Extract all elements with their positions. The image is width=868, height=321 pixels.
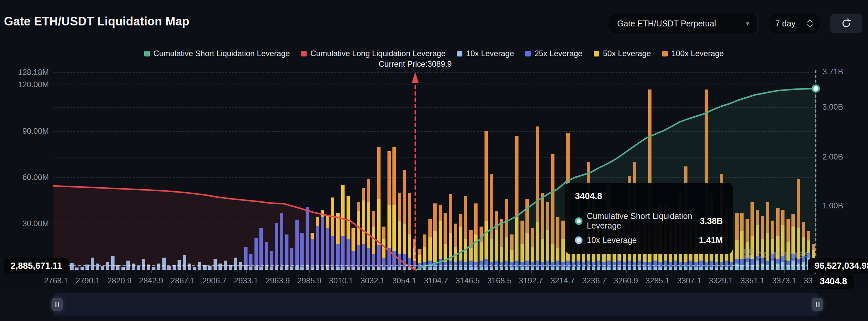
x-axis-tick [499, 270, 500, 273]
tooltip-title: 3404.8 [575, 191, 723, 201]
legend-item[interactable]: 100x Leverage [662, 49, 724, 58]
x-axis-tick-label: 3307.1 [677, 276, 701, 285]
chart-tooltip: 3404.8 Cumulative Short Liquidation Leve… [565, 183, 733, 254]
x-axis-tick-label: 3104.7 [424, 276, 448, 285]
tooltip-series-label: 10x Leverage [587, 235, 637, 245]
chevron-down-icon[interactable] [807, 24, 813, 28]
tooltip-series-label: Cumulative Short Liquidation Leverage [587, 211, 696, 231]
x-axis-tick-label: 3010.1 [329, 276, 353, 285]
y-axis-right-tick-label: 2.00B [823, 152, 843, 162]
y-axis-left-tick-label: 128.18M [3, 68, 49, 77]
x-axis-tick-label: 3329.1 [709, 276, 733, 285]
x-axis-tick-label: 3168.5 [487, 276, 511, 285]
tooltip-row: 10x Leverage1.41M [575, 235, 723, 245]
watermark: coinglass [743, 248, 811, 261]
datazoom-right-grip[interactable] [812, 298, 823, 311]
coinglass-logo-icon [743, 249, 753, 259]
x-axis-tick [373, 270, 373, 273]
short-line-end-marker [812, 85, 819, 92]
x-axis-tick [752, 270, 753, 273]
bottom-strip [0, 316, 868, 321]
legend-swatch-icon [457, 51, 462, 56]
legend-item[interactable]: 50x Leverage [594, 49, 651, 58]
x-axis-tick-label: 2933.1 [234, 276, 258, 285]
datazoom-slider[interactable] [0, 293, 868, 316]
x-axis-tick-label: 3260.9 [614, 276, 638, 285]
x-axis-tick-label: 3192.7 [519, 276, 543, 285]
x-axis-tick-label: 2768.1 [44, 276, 68, 285]
y-axis-left-tick-label: 120.00M [3, 80, 49, 89]
x-axis-tick [689, 270, 690, 273]
page-title: Gate ETH/USDT Liquidation Map [4, 14, 189, 28]
x-axis-tick-label: 2820.9 [107, 276, 131, 285]
x-axis-tick [594, 270, 595, 273]
x-axis-tick [404, 270, 405, 273]
x-axis-pointer-value: 3404.8 [813, 274, 854, 289]
x-axis-tick-label: 2985.9 [298, 276, 321, 285]
period-select-value: 7 day [775, 19, 796, 28]
x-axis-tick [246, 270, 247, 273]
chevron-up-icon[interactable] [807, 19, 813, 23]
liquidation-map-page: Gate ETH/USDT Liquidation Map Gate ETH/U… [0, 0, 868, 321]
legend-label: Cumulative Long Liquidation Leverage [310, 49, 445, 58]
legend-swatch-icon [144, 51, 150, 56]
legend-swatch-icon [594, 51, 599, 56]
legend-label: 25x Leverage [534, 49, 582, 58]
watermark-text: coinglass [756, 248, 811, 261]
x-axis-tick [784, 270, 785, 273]
x-axis-tick [563, 270, 563, 273]
datazoom-track[interactable] [54, 293, 817, 316]
legend-label: Cumulative Short Liquidation Leverage [153, 49, 290, 58]
tooltip-series-marker-icon [575, 236, 583, 244]
x-axis-tick-label: 3146.5 [456, 276, 479, 285]
legend-item[interactable]: Cumulative Short Liquidation Leverage [144, 49, 290, 58]
datazoom-left-grip[interactable] [52, 298, 63, 311]
x-axis-tick [436, 270, 437, 273]
x-axis-tick [151, 270, 152, 273]
tooltip-series-value: 1.41M [699, 235, 723, 245]
x-axis-tick [657, 270, 658, 273]
symbol-select[interactable]: Gate ETH/USDT Perpetual ▾ [609, 14, 757, 33]
legend-swatch-icon [525, 51, 531, 56]
symbol-select-value: Gate ETH/USDT Perpetual [617, 19, 716, 28]
x-axis-tick [468, 270, 468, 273]
legend-item[interactable]: Cumulative Long Liquidation Leverage [301, 49, 445, 58]
y-axis-left-tick-label: 30.00M [3, 219, 49, 228]
x-axis-tick [183, 270, 184, 273]
left-axis-pointer-value: 2,885,671.11 [4, 258, 69, 273]
y-axis-right-tick-label: 3.71B [823, 67, 843, 76]
refresh-icon [841, 18, 852, 29]
current-price-arrow-icon [411, 72, 419, 83]
chart-legend: Cumulative Short Liquidation LeverageCum… [0, 49, 868, 58]
x-axis-tick-label: 3054.1 [392, 276, 416, 285]
chevron-down-icon: ▾ [746, 20, 749, 27]
tooltip-series-marker-icon [575, 217, 583, 225]
x-axis-tick-label: 3236.7 [582, 276, 606, 285]
x-axis-tick [626, 270, 627, 273]
x-axis-tick-label: 3032.1 [361, 276, 384, 285]
y-axis-left-tick-label: 60.00M [3, 173, 49, 182]
legend-label: 100x Leverage [671, 49, 724, 58]
x-axis-tick [215, 270, 215, 273]
x-axis-tick [278, 270, 278, 273]
legend-swatch-icon [301, 51, 307, 56]
legend-item[interactable]: 10x Leverage [457, 49, 514, 58]
stepper-icons[interactable] [807, 19, 813, 28]
y-axis-left-tick-label: 90.00M [3, 126, 49, 136]
x-axis-tick-label: 3351.1 [740, 276, 764, 285]
refresh-button[interactable] [830, 14, 862, 33]
tooltip-row: Cumulative Short Liquidation Leverage3.3… [575, 211, 723, 231]
x-axis-tick [120, 270, 120, 273]
right-axis-pointer-value: 96,527,034.98 [808, 258, 868, 273]
legend-swatch-icon [662, 51, 668, 56]
current-price-label: Current Price:3089.9 [349, 59, 481, 69]
x-axis-tick [721, 270, 721, 273]
tooltip-series-value: 3.38B [700, 216, 723, 226]
period-select[interactable]: 7 day [769, 14, 819, 33]
legend-label: 50x Leverage [603, 49, 651, 58]
x-axis-tick-label: 3214.7 [551, 276, 575, 285]
x-axis-tick [531, 270, 532, 273]
x-axis-tick-label: 2963.9 [266, 276, 290, 285]
legend-item[interactable]: 25x Leverage [525, 49, 582, 58]
x-axis-tick [341, 270, 342, 273]
